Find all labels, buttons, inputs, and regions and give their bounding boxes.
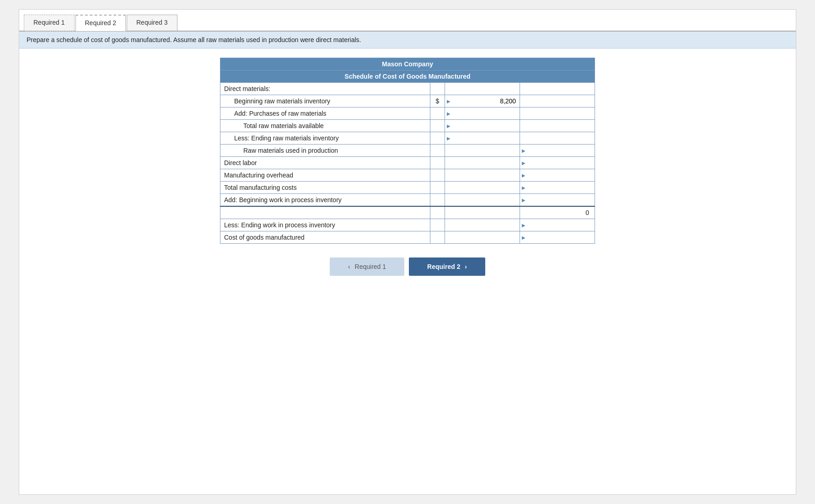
page-container: Required 1 Required 2 Required 3 Prepare… [19, 9, 796, 495]
content-area: Mason Company Schedule of Cost of Goods … [19, 58, 796, 290]
col2-cell-9[interactable] [520, 194, 595, 207]
col1-cell-3[interactable] [445, 120, 520, 132]
bottom-nav: ‹ Required 1 Required 2 › [33, 257, 782, 276]
row-label-0: Direct materials: [220, 83, 430, 95]
row-label-8: Total manufacturing costs [220, 182, 430, 194]
col1-cell-0[interactable] [445, 83, 520, 95]
dollar-cell-7 [430, 169, 445, 182]
row-label-5: Raw materials used in production [220, 145, 430, 157]
col2-cell-7[interactable] [520, 169, 595, 182]
row-label-1: Beginning raw materials inventory [220, 95, 430, 107]
col2-cell-5[interactable] [520, 145, 595, 157]
tab-required-3[interactable]: Required 3 [127, 15, 177, 31]
dollar-cell-4 [430, 132, 445, 145]
col2-cell-0[interactable] [520, 83, 595, 95]
dollar-cell-8 [430, 182, 445, 194]
schedule-table: Mason Company Schedule of Cost of Goods … [220, 58, 595, 244]
row-label-2: Add: Purchases of raw materials [220, 107, 430, 120]
next-button[interactable]: Required 2 › [409, 257, 485, 276]
dollar-cell-10 [430, 206, 445, 219]
chevron-right-icon: › [465, 263, 467, 270]
tab-required-2[interactable]: Required 2 [75, 15, 126, 31]
col1-cell-7[interactable] [445, 169, 520, 182]
dollar-cell-3 [430, 120, 445, 132]
tab-required-1[interactable]: Required 1 [24, 15, 75, 31]
company-name: Mason Company [220, 58, 595, 70]
dollar-cell-5 [430, 145, 445, 157]
col1-cell-11[interactable] [445, 219, 520, 231]
col1-cell-4[interactable] [445, 132, 520, 145]
col1-cell-5[interactable] [445, 145, 520, 157]
col1-cell-6[interactable] [445, 157, 520, 169]
chevron-left-icon: ‹ [348, 263, 350, 270]
prev-button[interactable]: ‹ Required 1 [330, 257, 404, 276]
row-label-9: Add: Beginning work in process inventory [220, 194, 430, 207]
col1-cell-12[interactable] [445, 231, 520, 244]
col1-cell-1[interactable] [445, 95, 520, 107]
instruction-bar: Prepare a schedule of cost of goods manu… [19, 32, 796, 48]
next-label: Required 2 [427, 263, 460, 270]
dollar-cell-12 [430, 231, 445, 244]
row-label-4: Less: Ending raw materials inventory [220, 132, 430, 145]
col2-cell-2[interactable] [520, 107, 595, 120]
col1-cell-10[interactable] [445, 206, 520, 219]
dollar-cell-6 [430, 157, 445, 169]
row-label-3: Total raw materials available [220, 120, 430, 132]
col2-cell-6[interactable] [520, 157, 595, 169]
col1-input-1[interactable] [449, 97, 516, 105]
col2-cell-12[interactable] [520, 231, 595, 244]
dollar-cell-0 [430, 83, 445, 95]
table-title: Schedule of Cost of Goods Manufactured [220, 70, 595, 83]
col2-cell-10[interactable]: 0 [520, 206, 595, 219]
col2-cell-11[interactable] [520, 219, 595, 231]
row-label-10 [220, 206, 430, 219]
col2-cell-8[interactable] [520, 182, 595, 194]
dollar-cell-11 [430, 219, 445, 231]
row-label-11: Less: Ending work in process inventory [220, 219, 430, 231]
row-label-7: Manufacturing overhead [220, 169, 430, 182]
row-label-6: Direct labor [220, 157, 430, 169]
dollar-cell-1: $ [430, 95, 445, 107]
col2-cell-3[interactable] [520, 120, 595, 132]
col2-cell-4[interactable] [520, 132, 595, 145]
dollar-cell-2 [430, 107, 445, 120]
col2-value-10: 0 [585, 209, 591, 216]
col1-cell-2[interactable] [445, 107, 520, 120]
tabs-bar: Required 1 Required 2 Required 3 [19, 10, 796, 32]
col1-cell-9[interactable] [445, 194, 520, 207]
col1-cell-8[interactable] [445, 182, 520, 194]
col2-cell-1[interactable] [520, 95, 595, 107]
row-label-12: Cost of goods manufactured [220, 231, 430, 244]
prev-label: Required 1 [355, 263, 386, 270]
dollar-cell-9 [430, 194, 445, 207]
